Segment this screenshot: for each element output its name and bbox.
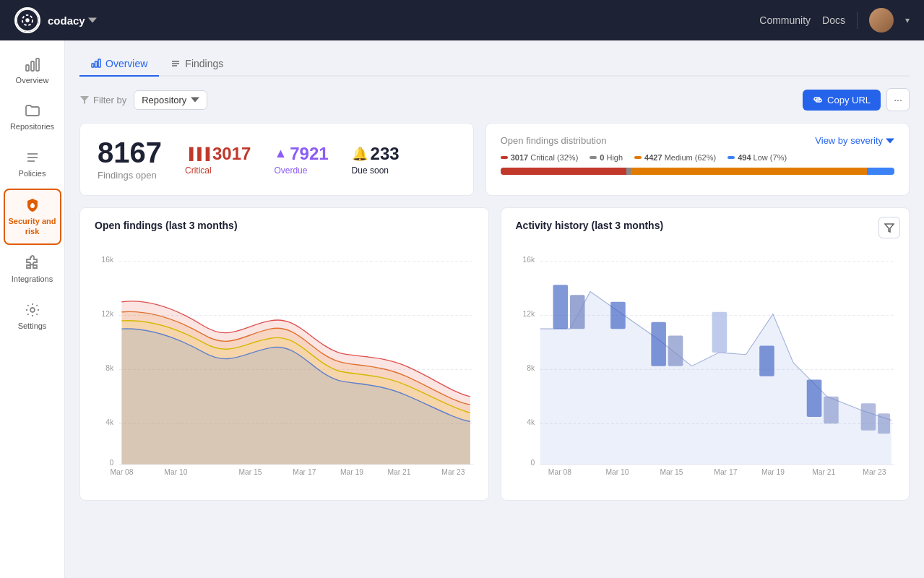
- stats-row: 8167 Findings open ▐▐▐ 3017 Critical ▲ 7…: [79, 123, 910, 196]
- brand-chevron-icon: [88, 16, 97, 25]
- svg-text:0: 0: [530, 459, 535, 467]
- folder-icon: [25, 103, 40, 118]
- charts-row: Open findings (last 3 months) 16k 12k 8k…: [79, 207, 910, 501]
- tab-overview-label: Overview: [105, 58, 147, 69]
- svg-rect-55: [878, 413, 890, 434]
- total-findings-label: Findings open: [98, 170, 162, 181]
- sidebar-policies-label: Policies: [19, 168, 46, 178]
- critical-value: ▐▐▐ 3017: [185, 144, 251, 164]
- activity-filter-icon: [884, 223, 894, 233]
- filter-selected-value: Repository: [142, 95, 186, 105]
- total-findings-stat: 8167 Findings open: [98, 138, 162, 181]
- sidebar-item-repositories[interactable]: Repositories: [4, 95, 61, 139]
- medium-legend-color: [634, 156, 642, 159]
- more-options-button[interactable]: ···: [886, 88, 910, 111]
- svg-text:Mar 10: Mar 10: [164, 468, 187, 476]
- topnav-left: codacy: [14, 7, 97, 33]
- svg-text:16k: 16k: [102, 256, 114, 264]
- brand-label: codacy: [48, 14, 85, 27]
- sidebar-security-label: Security and risk: [8, 216, 57, 237]
- filter-left: Filter by Repository: [79, 90, 207, 110]
- docs-link[interactable]: Docs: [822, 14, 845, 26]
- svg-rect-14: [98, 59, 100, 67]
- critical-stat: ▐▐▐ 3017 Critical: [185, 144, 251, 176]
- tab-findings[interactable]: Findings: [159, 52, 235, 77]
- view-by-label: View by severity: [815, 135, 883, 146]
- svg-text:Mar 15: Mar 15: [238, 468, 262, 476]
- filter-right: Copy URL ···: [803, 88, 910, 111]
- svg-rect-12: [92, 64, 94, 67]
- total-findings-number: 8167: [98, 138, 162, 167]
- sidebar-overview-label: Overview: [16, 75, 49, 85]
- overview-tab-icon: [91, 59, 101, 69]
- copy-url-label: Copy URL: [827, 95, 871, 105]
- overdue-stat: ▲ 7921 Overdue: [274, 144, 328, 176]
- medium-bar-segment: [631, 168, 867, 175]
- main-layout: Overview Repositories Policies Security …: [0, 40, 924, 578]
- sidebar-item-settings[interactable]: Settings: [4, 295, 61, 338]
- svg-text:8k: 8k: [105, 364, 114, 372]
- repository-filter-dropdown[interactable]: Repository: [134, 90, 207, 110]
- distribution-legend: 3017 Critical (32%) 0 High 4427 Medium (…: [501, 153, 894, 162]
- activity-chart-filter-button[interactable]: [878, 217, 900, 238]
- svg-text:Mar 08: Mar 08: [110, 468, 133, 476]
- activity-chart-title: Activity history (last 3 months): [516, 220, 895, 231]
- overdue-value: ▲ 7921: [274, 144, 328, 164]
- distribution-bar: [501, 168, 894, 175]
- sidebar-item-security-and-risk[interactable]: Security and risk: [4, 189, 61, 246]
- critical-bar-segment: [501, 168, 626, 175]
- filter-by-label: Filter by: [79, 95, 126, 105]
- user-menu-chevron-icon[interactable]: ▾: [905, 15, 910, 25]
- distribution-header: Open findings distribution View by sever…: [501, 135, 894, 146]
- svg-rect-54: [860, 403, 876, 430]
- view-by-severity-button[interactable]: View by severity: [815, 135, 894, 146]
- brand-name[interactable]: codacy: [48, 14, 97, 27]
- sidebar: Overview Repositories Policies Security …: [0, 40, 65, 578]
- distribution-card: Open findings distribution View by sever…: [485, 123, 910, 196]
- svg-rect-13: [95, 61, 98, 67]
- svg-text:Mar 23: Mar 23: [441, 468, 465, 476]
- sidebar-item-overview[interactable]: Overview: [4, 49, 61, 92]
- copy-url-icon: [813, 95, 823, 105]
- due-soon-stat: 🔔 233 Due soon: [352, 144, 400, 176]
- svg-text:12k: 12k: [102, 310, 114, 318]
- high-legend-item: 0 High: [590, 153, 623, 162]
- topnav-right: Community Docs ▾: [759, 8, 910, 33]
- overdue-label: Overdue: [274, 165, 328, 176]
- user-avatar[interactable]: [869, 8, 894, 33]
- svg-text:Mar 15: Mar 15: [660, 468, 683, 476]
- svg-rect-45: [553, 285, 568, 329]
- svg-text:16k: 16k: [522, 256, 535, 264]
- sidebar-item-policies[interactable]: Policies: [4, 142, 61, 186]
- svg-rect-53: [824, 397, 839, 423]
- svg-text:Mar 17: Mar 17: [714, 468, 737, 476]
- sidebar-settings-label: Settings: [18, 321, 47, 331]
- codacy-logo-icon: [16, 7, 39, 33]
- tab-findings-label: Findings: [185, 58, 223, 69]
- svg-text:4k: 4k: [527, 418, 535, 426]
- svg-text:Mar 08: Mar 08: [548, 468, 571, 476]
- svg-text:8k: 8k: [527, 364, 535, 372]
- svg-rect-4: [31, 61, 34, 71]
- findings-tab-icon: [170, 59, 181, 69]
- low-legend-item: 494 Low (7%): [727, 153, 787, 162]
- svg-text:4k: 4k: [105, 418, 114, 426]
- community-link[interactable]: Community: [759, 14, 811, 26]
- distribution-title: Open findings distribution: [501, 135, 607, 146]
- svg-rect-3: [26, 65, 29, 71]
- gear-icon: [25, 302, 40, 318]
- svg-text:12k: 12k: [522, 310, 535, 318]
- tab-overview[interactable]: Overview: [79, 52, 159, 77]
- top-nav: codacy Community Docs ▾: [0, 0, 924, 40]
- open-findings-chart: 16k 12k 8k 4k 0: [95, 240, 474, 486]
- svg-text:Mar 10: Mar 10: [605, 468, 629, 476]
- svg-point-11: [30, 308, 35, 312]
- nav-divider: [857, 12, 858, 29]
- copy-url-button[interactable]: Copy URL: [803, 90, 881, 111]
- critical-legend-color: [501, 156, 508, 159]
- activity-history-chart: 16k 12k 8k 4k 0: [516, 240, 895, 486]
- svg-rect-46: [569, 295, 584, 329]
- svg-rect-51: [759, 346, 774, 376]
- filter-dropdown-chevron-icon: [191, 95, 199, 104]
- sidebar-item-integrations[interactable]: Integrations: [4, 248, 61, 291]
